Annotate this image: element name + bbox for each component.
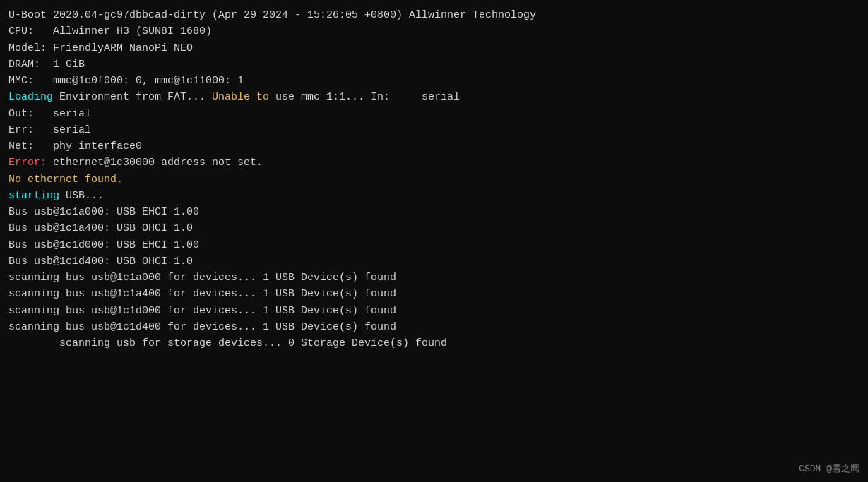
terminal-line: scanning bus usb@1c1a400 for devices... … (8, 286, 860, 302)
terminal-line: Loading Environment from FAT... Unable t… (8, 89, 860, 105)
terminal-line: Net: phy interface0 (8, 138, 860, 155)
terminal-line: CPU: Allwinner H3 (SUN8I 1680) (8, 23, 860, 40)
terminal-line: Bus usb@1c1d400: USB OHCI 1.0 (8, 253, 860, 270)
terminal-line: Out: serial (8, 106, 860, 122)
terminal-line: starting USB... (8, 188, 860, 204)
terminal-line: U-Boot 2020.04-gc97dbbcad-dirty (Apr 29 … (8, 7, 860, 23)
terminal-line: No ethernet found. (8, 171, 860, 188)
terminal-line: DRAM: 1 GiB (8, 56, 860, 73)
terminal-line: Model: FriendlyARM NanoPi NEO (8, 40, 860, 56)
terminal-line: MMC: mmc@1c0f000: 0, mmc@1c11000: 1 (8, 73, 860, 89)
terminal-line: scanning usb for storage devices... 0 St… (8, 335, 860, 351)
terminal-line: Err: serial (8, 122, 860, 138)
watermark-label: CSDN @雪之鹰 (799, 462, 860, 476)
terminal-line: scanning bus usb@1c1a000 for devices... … (8, 270, 860, 286)
terminal-output: U-Boot 2020.04-gc97dbbcad-dirty (Apr 29 … (8, 7, 860, 351)
terminal-line: scanning bus usb@1c1d000 for devices... … (8, 303, 860, 319)
terminal-line: scanning bus usb@1c1d400 for devices... … (8, 319, 860, 335)
terminal-line: Bus usb@1c1d000: USB EHCI 1.00 (8, 237, 860, 253)
terminal-line: Bus usb@1c1a000: USB EHCI 1.00 (8, 204, 860, 220)
terminal-line: Bus usb@1c1a400: USB OHCI 1.0 (8, 220, 860, 236)
terminal-line: Error: ethernet@1c30000 address not set. (8, 155, 860, 171)
